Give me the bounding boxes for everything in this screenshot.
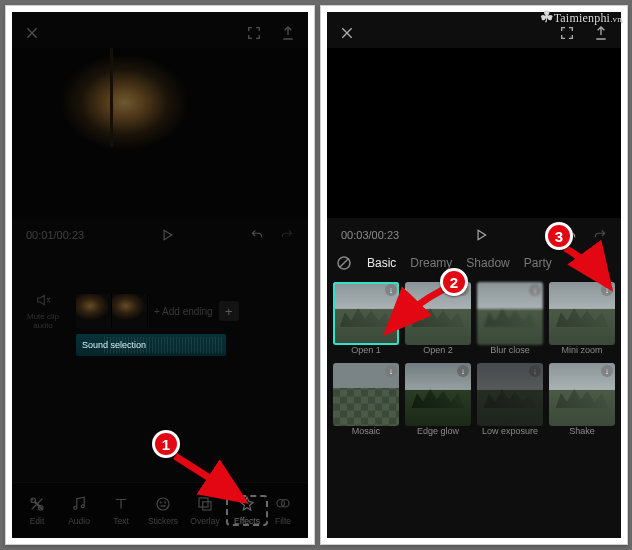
download-icon: ↓	[385, 365, 397, 377]
tab-shadow[interactable]: Shadow	[466, 256, 509, 270]
annotation-badge-2: 2	[440, 268, 468, 296]
effects-grid: ↓ Open 1 ↓ Open 2 ↓ Blur close ↓ Mini zo…	[327, 280, 621, 438]
effect-thumbnail: ↓	[477, 363, 543, 426]
download-icon: ↓	[601, 365, 613, 377]
video-preview[interactable]	[327, 48, 621, 218]
effect-thumbnail: ↓	[405, 363, 471, 426]
redo-icon[interactable]	[593, 228, 607, 242]
svg-point-10	[282, 500, 290, 508]
preview-content	[110, 48, 113, 147]
svg-rect-7	[199, 498, 208, 507]
effect-open-1[interactable]: ↓ Open 1	[333, 282, 399, 355]
tab-party[interactable]: Party	[524, 256, 552, 270]
watermark: ☘Taimienphi.vn	[540, 8, 622, 26]
effect-shake[interactable]: ↓ Shake	[549, 363, 615, 436]
editor-screen-effects: 00:03/00:23 Basic Dreamy Shadow Party	[327, 12, 621, 538]
effect-edge-glow[interactable]: ↓ Edge glow	[405, 363, 471, 436]
timeline[interactable]: Mute clip audio + Add ending + Sound sel…	[12, 248, 308, 356]
effect-thumbnail: ↓	[477, 282, 543, 345]
svg-rect-8	[203, 502, 211, 510]
speaker-mute-icon	[22, 292, 64, 310]
audio-track[interactable]: Sound selection	[76, 334, 226, 356]
play-button[interactable]	[474, 228, 488, 242]
download-icon: ↓	[385, 284, 397, 296]
annotation-badge-1: 1	[152, 430, 180, 458]
tab-basic[interactable]: Basic	[367, 256, 396, 270]
download-icon: ↓	[601, 284, 613, 296]
effect-thumbnail: ↓	[549, 282, 615, 345]
export-icon[interactable]	[593, 25, 609, 41]
playback-controls: 00:01/00:23	[12, 218, 308, 248]
video-track[interactable]: + Add ending +	[76, 294, 300, 328]
close-icon[interactable]	[339, 25, 355, 41]
close-icon[interactable]	[24, 25, 40, 41]
clip-thumbnail[interactable]	[76, 294, 112, 328]
tab-dreamy[interactable]: Dreamy	[410, 256, 452, 270]
redo-icon[interactable]	[280, 228, 294, 242]
effect-mosaic[interactable]: ↓ Mosaic	[333, 363, 399, 436]
play-button[interactable]	[160, 228, 174, 242]
fullscreen-icon[interactable]	[559, 25, 575, 41]
no-effect-icon[interactable]	[335, 254, 353, 272]
add-ending-button[interactable]: + Add ending +	[154, 301, 239, 321]
effect-blur-close[interactable]: ↓ Blur close	[477, 282, 543, 355]
svg-point-4	[157, 498, 169, 510]
download-icon: ↓	[529, 284, 541, 296]
video-preview[interactable]	[12, 48, 308, 218]
plus-icon: +	[219, 301, 239, 321]
mute-label: Mute clip audio	[27, 312, 59, 330]
annotation-badge-3: 3	[545, 222, 573, 250]
download-icon: ↓	[529, 365, 541, 377]
svg-point-2	[74, 506, 77, 509]
screenshot-right: 00:03/00:23 Basic Dreamy Shadow Party	[320, 5, 628, 545]
effect-thumbnail: ↓	[549, 363, 615, 426]
effect-thumbnail: ↓	[333, 363, 399, 426]
effect-thumbnail: ↓	[333, 282, 399, 345]
time-display: 00:03/00:23	[341, 229, 399, 241]
tool-effects[interactable]: Effects	[226, 495, 268, 526]
editor-screen-main: 00:01/00:23 Mute clip audio	[12, 12, 308, 538]
fullscreen-icon[interactable]	[246, 25, 262, 41]
export-icon[interactable]	[280, 25, 296, 41]
mute-clip-audio[interactable]: Mute clip audio	[22, 292, 64, 330]
screenshot-left: 00:01/00:23 Mute clip audio	[5, 5, 315, 545]
clip-thumbnail[interactable]	[112, 294, 148, 328]
tool-filter[interactable]: Filte	[268, 495, 298, 526]
effect-mini-zoom[interactable]: ↓ Mini zoom	[549, 282, 615, 355]
tool-stickers[interactable]: Stickers	[142, 495, 184, 526]
playback-controls: 00:03/00:23	[327, 218, 621, 248]
audio-clip-label: Sound selection	[82, 340, 146, 350]
svg-point-5	[160, 502, 161, 503]
effect-low-exposure[interactable]: ↓ Low exposure	[477, 363, 543, 436]
tool-text[interactable]: Text	[100, 495, 142, 526]
undo-icon[interactable]	[250, 228, 264, 242]
add-ending-label: + Add ending	[154, 306, 213, 317]
tool-overlay[interactable]: Overlay	[184, 495, 226, 526]
tool-audio[interactable]: Audio	[58, 495, 100, 526]
effect-category-tabs: Basic Dreamy Shadow Party	[327, 248, 621, 280]
bottom-toolbar: Edit Audio Text Stickers Overlay Effects	[12, 482, 308, 538]
svg-point-6	[165, 502, 166, 503]
svg-point-3	[81, 505, 84, 508]
tool-edit[interactable]: Edit	[16, 495, 58, 526]
time-display: 00:01/00:23	[26, 229, 84, 241]
top-bar	[12, 12, 308, 48]
download-icon: ↓	[457, 365, 469, 377]
